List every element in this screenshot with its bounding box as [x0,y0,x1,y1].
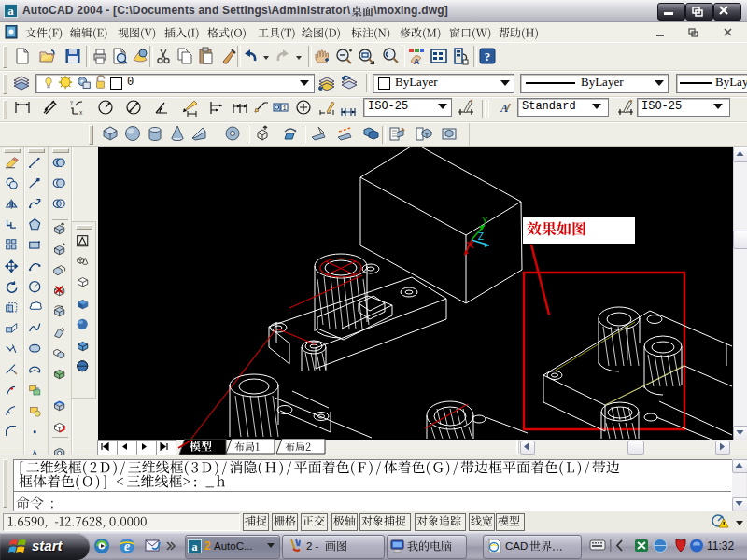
svg-text:A: A [500,102,508,115]
svg-text:a: a [192,540,198,553]
svg-text:1: 1 [282,105,286,112]
svg-text:a: a [7,4,14,18]
svg-text:A: A [414,57,420,65]
svg-text:Z: Z [478,231,484,242]
svg-text:Y: Y [70,100,74,105]
svg-text:Y: Y [482,216,488,226]
svg-text:X: X [79,110,83,116]
svg-text:?: ? [485,49,491,63]
